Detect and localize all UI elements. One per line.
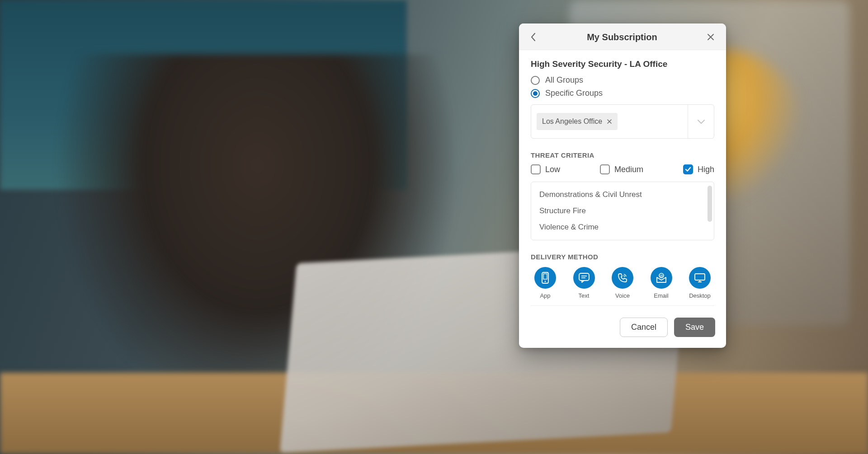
subscription-dialog: My Subscription High Severity Security -… <box>519 23 726 348</box>
subscription-name: High Severity Security - LA Office <box>531 59 714 69</box>
radio-label: Specific Groups <box>545 89 603 98</box>
dialog-footer: Cancel Save <box>519 309 726 348</box>
threat-criteria-label: THREAT CRITERIA <box>531 151 714 159</box>
check-icon <box>685 167 691 172</box>
delivery-text[interactable]: Text <box>570 267 599 299</box>
svg-text:@: @ <box>659 274 663 278</box>
delivery-email[interactable]: @ Email <box>647 267 676 299</box>
threat-medium[interactable]: Medium <box>600 164 643 174</box>
voice-icon <box>612 267 633 289</box>
list-item[interactable]: Demonstrations & Civil Unrest <box>531 187 714 203</box>
list-item[interactable]: Violence & Crime <box>531 219 714 235</box>
chip-remove[interactable] <box>607 119 612 124</box>
threat-low[interactable]: Low <box>531 164 560 174</box>
cancel-button[interactable]: Cancel <box>620 318 668 337</box>
dialog-body: High Severity Security - LA Office All G… <box>519 50 726 309</box>
svg-rect-8 <box>695 274 705 280</box>
checkbox-icon <box>683 164 693 174</box>
checkbox-label: Low <box>545 165 560 174</box>
chevron-down-icon <box>697 118 706 125</box>
delivery-voice[interactable]: Voice <box>608 267 637 299</box>
groups-dropdown-toggle[interactable] <box>688 105 714 138</box>
background-photo: My Subscription High Severity Security -… <box>0 0 868 454</box>
dialog-title: My Subscription <box>587 32 657 42</box>
scrollbar-thumb[interactable] <box>708 186 712 222</box>
back-button[interactable] <box>528 32 539 42</box>
delivery-label: Email <box>654 292 669 299</box>
delivery-label: Text <box>579 292 590 299</box>
groups-selector: Los Angeles Office <box>531 104 714 139</box>
close-icon <box>607 119 612 124</box>
threat-category-list[interactable]: Demonstrations & Civil Unrest Structure … <box>531 182 714 240</box>
delivery-app[interactable]: App <box>531 267 560 299</box>
text-icon <box>573 267 595 289</box>
checkbox-label: High <box>698 165 714 174</box>
dialog-header: My Subscription <box>519 23 726 50</box>
delivery-label: Voice <box>615 292 630 299</box>
close-button[interactable] <box>705 32 716 42</box>
threat-levels: Low Medium High <box>531 164 714 174</box>
delivery-method-label: DELIVERY METHOD <box>531 253 714 261</box>
desktop-icon <box>689 267 711 289</box>
group-chip[interactable]: Los Angeles Office <box>537 113 618 130</box>
delivery-label: App <box>540 292 550 299</box>
radio-icon <box>531 76 540 85</box>
list-item[interactable]: Structure Fire <box>531 203 714 219</box>
save-button[interactable]: Save <box>674 318 715 337</box>
svg-rect-3 <box>579 273 589 281</box>
radio-label: All Groups <box>545 75 583 85</box>
groups-option-specific[interactable]: Specific Groups <box>531 89 714 98</box>
threat-high[interactable]: High <box>683 164 714 174</box>
groups-chips: Los Angeles Office <box>531 105 688 138</box>
checkbox-icon <box>600 164 610 174</box>
svg-point-1 <box>545 281 546 282</box>
email-icon: @ <box>651 267 672 289</box>
groups-option-all[interactable]: All Groups <box>531 75 714 85</box>
chevron-left-icon <box>530 33 537 42</box>
checkbox-icon <box>531 164 541 174</box>
app-icon <box>534 267 556 289</box>
delivery-desktop[interactable]: Desktop <box>685 267 714 299</box>
delivery-label: Desktop <box>689 292 711 299</box>
svg-rect-2 <box>543 274 547 279</box>
chip-label: Los Angeles Office <box>542 117 602 126</box>
close-icon <box>707 33 714 41</box>
delivery-methods: App Text Voice @ <box>531 267 714 306</box>
radio-icon <box>531 89 540 98</box>
checkbox-label: Medium <box>614 165 643 174</box>
